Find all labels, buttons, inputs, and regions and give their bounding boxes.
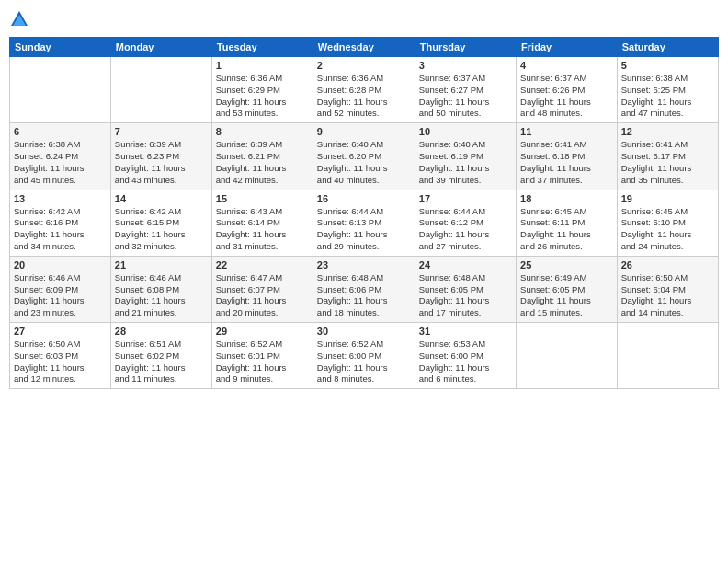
day-number: 4 xyxy=(520,60,613,71)
day-number: 3 xyxy=(419,60,512,71)
calendar-cell: 14Sunrise: 6:42 AMSunset: 6:15 PMDayligh… xyxy=(110,190,211,256)
calendar-cell: 1Sunrise: 6:36 AMSunset: 6:29 PMDaylight… xyxy=(211,57,313,123)
day-details: Sunrise: 6:36 AMSunset: 6:29 PMDaylight:… xyxy=(216,73,309,120)
day-details: Sunrise: 6:36 AMSunset: 6:28 PMDaylight:… xyxy=(317,73,411,120)
calendar-cell: 9Sunrise: 6:40 AMSunset: 6:20 PMDaylight… xyxy=(313,123,415,190)
calendar-cell: 25Sunrise: 6:49 AMSunset: 6:05 PMDayligh… xyxy=(517,256,618,322)
calendar-cell: 21Sunrise: 6:46 AMSunset: 6:08 PMDayligh… xyxy=(110,256,211,322)
calendar-cell: 19Sunrise: 6:45 AMSunset: 6:10 PMDayligh… xyxy=(617,190,718,256)
day-details: Sunrise: 6:49 AMSunset: 6:05 PMDaylight:… xyxy=(520,272,613,319)
day-details: Sunrise: 6:42 AMSunset: 6:16 PMDaylight:… xyxy=(14,206,107,253)
day-number: 10 xyxy=(419,126,512,137)
calendar-week-2: 6Sunrise: 6:38 AMSunset: 6:24 PMDaylight… xyxy=(10,123,719,190)
calendar-cell: 4Sunrise: 6:37 AMSunset: 6:26 PMDaylight… xyxy=(517,57,618,123)
day-details: Sunrise: 6:37 AMSunset: 6:26 PMDaylight:… xyxy=(520,73,613,120)
calendar-table: SundayMondayTuesdayWednesdayThursdayFrid… xyxy=(9,37,719,389)
calendar-week-3: 13Sunrise: 6:42 AMSunset: 6:16 PMDayligh… xyxy=(10,190,719,256)
calendar-cell: 5Sunrise: 6:38 AMSunset: 6:25 PMDaylight… xyxy=(617,57,718,123)
day-number: 9 xyxy=(317,126,411,137)
day-details: Sunrise: 6:52 AMSunset: 6:01 PMDaylight:… xyxy=(216,339,309,385)
day-number: 18 xyxy=(520,193,613,204)
day-number: 29 xyxy=(216,326,309,337)
day-details: Sunrise: 6:50 AMSunset: 6:04 PMDaylight:… xyxy=(621,272,714,319)
day-details: Sunrise: 6:45 AMSunset: 6:11 PMDaylight:… xyxy=(520,206,613,253)
day-details: Sunrise: 6:41 AMSunset: 6:17 PMDaylight:… xyxy=(621,139,714,186)
day-number: 21 xyxy=(115,259,208,270)
calendar-cell: 11Sunrise: 6:41 AMSunset: 6:18 PMDayligh… xyxy=(517,123,618,190)
calendar-cell: 17Sunrise: 6:44 AMSunset: 6:12 PMDayligh… xyxy=(415,190,516,256)
day-number: 17 xyxy=(419,193,512,204)
calendar-cell xyxy=(110,57,211,123)
day-details: Sunrise: 6:40 AMSunset: 6:19 PMDaylight:… xyxy=(419,139,512,186)
calendar-cell: 27Sunrise: 6:50 AMSunset: 6:03 PMDayligh… xyxy=(10,323,111,389)
day-details: Sunrise: 6:48 AMSunset: 6:06 PMDaylight:… xyxy=(317,272,411,319)
calendar-cell: 13Sunrise: 6:42 AMSunset: 6:16 PMDayligh… xyxy=(10,190,111,256)
header xyxy=(9,9,719,29)
calendar-cell: 31Sunrise: 6:53 AMSunset: 6:00 PMDayligh… xyxy=(415,323,516,389)
day-number: 12 xyxy=(621,126,714,137)
calendar-cell: 8Sunrise: 6:39 AMSunset: 6:21 PMDaylight… xyxy=(211,123,313,190)
day-details: Sunrise: 6:41 AMSunset: 6:18 PMDaylight:… xyxy=(520,139,613,186)
day-details: Sunrise: 6:44 AMSunset: 6:13 PMDaylight:… xyxy=(317,206,411,253)
day-details: Sunrise: 6:38 AMSunset: 6:25 PMDaylight:… xyxy=(621,73,714,120)
day-details: Sunrise: 6:42 AMSunset: 6:15 PMDaylight:… xyxy=(115,206,208,253)
calendar-cell: 30Sunrise: 6:52 AMSunset: 6:00 PMDayligh… xyxy=(313,323,415,389)
calendar-cell xyxy=(517,323,618,389)
day-number: 28 xyxy=(115,326,208,337)
day-details: Sunrise: 6:53 AMSunset: 6:00 PMDaylight:… xyxy=(419,339,512,385)
day-number: 13 xyxy=(14,193,107,204)
calendar-cell: 12Sunrise: 6:41 AMSunset: 6:17 PMDayligh… xyxy=(617,123,718,190)
calendar-week-5: 27Sunrise: 6:50 AMSunset: 6:03 PMDayligh… xyxy=(10,323,719,389)
day-number: 24 xyxy=(419,259,512,270)
calendar-cell xyxy=(10,57,111,123)
calendar-cell: 7Sunrise: 6:39 AMSunset: 6:23 PMDaylight… xyxy=(110,123,211,190)
day-details: Sunrise: 6:39 AMSunset: 6:21 PMDaylight:… xyxy=(216,139,309,186)
day-number: 30 xyxy=(317,326,411,337)
calendar-week-4: 20Sunrise: 6:46 AMSunset: 6:09 PMDayligh… xyxy=(10,256,719,322)
day-details: Sunrise: 6:47 AMSunset: 6:07 PMDaylight:… xyxy=(216,272,309,319)
day-number: 1 xyxy=(216,60,309,71)
day-number: 16 xyxy=(317,193,411,204)
day-number: 11 xyxy=(520,126,613,137)
day-header-sunday: Sunday xyxy=(10,38,111,57)
calendar-cell: 16Sunrise: 6:44 AMSunset: 6:13 PMDayligh… xyxy=(313,190,415,256)
day-details: Sunrise: 6:50 AMSunset: 6:03 PMDaylight:… xyxy=(14,339,107,385)
day-header-saturday: Saturday xyxy=(617,38,718,57)
day-number: 5 xyxy=(621,60,714,71)
day-details: Sunrise: 6:52 AMSunset: 6:00 PMDaylight:… xyxy=(317,339,411,385)
day-number: 27 xyxy=(14,326,107,337)
day-number: 20 xyxy=(14,259,107,270)
day-header-thursday: Thursday xyxy=(415,38,516,57)
day-header-monday: Monday xyxy=(110,38,211,57)
calendar-cell: 22Sunrise: 6:47 AMSunset: 6:07 PMDayligh… xyxy=(211,256,313,322)
day-header-tuesday: Tuesday xyxy=(211,38,313,57)
day-details: Sunrise: 6:37 AMSunset: 6:27 PMDaylight:… xyxy=(419,73,512,120)
day-number: 31 xyxy=(419,326,512,337)
day-number: 26 xyxy=(621,259,714,270)
day-number: 23 xyxy=(317,259,411,270)
day-number: 25 xyxy=(520,259,613,270)
calendar-cell: 18Sunrise: 6:45 AMSunset: 6:11 PMDayligh… xyxy=(517,190,618,256)
calendar-week-1: 1Sunrise: 6:36 AMSunset: 6:29 PMDaylight… xyxy=(10,57,719,123)
day-number: 8 xyxy=(216,126,309,137)
day-number: 2 xyxy=(317,60,411,71)
logo-icon xyxy=(9,9,29,29)
calendar-cell: 24Sunrise: 6:48 AMSunset: 6:05 PMDayligh… xyxy=(415,256,516,322)
calendar-cell: 15Sunrise: 6:43 AMSunset: 6:14 PMDayligh… xyxy=(211,190,313,256)
calendar-cell: 26Sunrise: 6:50 AMSunset: 6:04 PMDayligh… xyxy=(617,256,718,322)
day-number: 19 xyxy=(621,193,714,204)
day-details: Sunrise: 6:45 AMSunset: 6:10 PMDaylight:… xyxy=(621,206,714,253)
page: SundayMondayTuesdayWednesdayThursdayFrid… xyxy=(0,0,728,563)
day-number: 22 xyxy=(216,259,309,270)
calendar-cell: 6Sunrise: 6:38 AMSunset: 6:24 PMDaylight… xyxy=(10,123,111,190)
day-details: Sunrise: 6:48 AMSunset: 6:05 PMDaylight:… xyxy=(419,272,512,319)
day-details: Sunrise: 6:40 AMSunset: 6:20 PMDaylight:… xyxy=(317,139,411,186)
day-number: 15 xyxy=(216,193,309,204)
calendar-cell: 28Sunrise: 6:51 AMSunset: 6:02 PMDayligh… xyxy=(110,323,211,389)
day-details: Sunrise: 6:43 AMSunset: 6:14 PMDaylight:… xyxy=(216,206,309,253)
day-number: 6 xyxy=(14,126,107,137)
calendar-cell: 20Sunrise: 6:46 AMSunset: 6:09 PMDayligh… xyxy=(10,256,111,322)
calendar-cell xyxy=(617,323,718,389)
day-details: Sunrise: 6:46 AMSunset: 6:08 PMDaylight:… xyxy=(115,272,208,319)
calendar-cell: 29Sunrise: 6:52 AMSunset: 6:01 PMDayligh… xyxy=(211,323,313,389)
